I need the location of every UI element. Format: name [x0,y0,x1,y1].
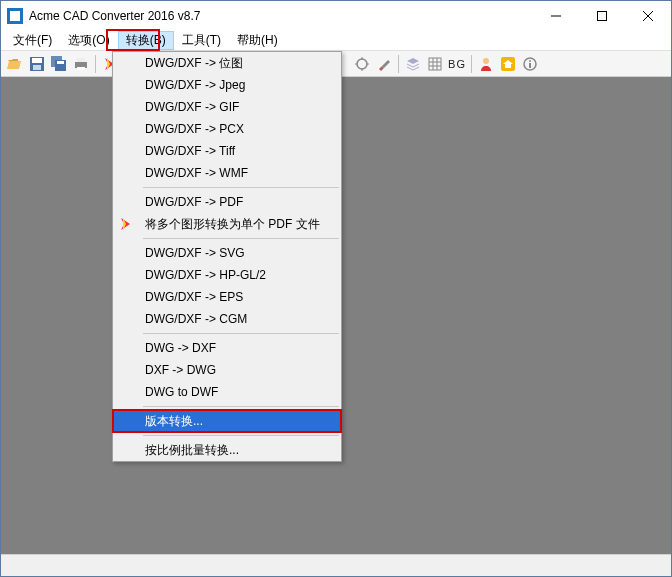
menubar: 文件(F) 选项(O) 转换(B) 工具(T) 帮助(H) [1,31,671,51]
menu-file[interactable]: 文件(F) [5,31,60,50]
save-all-button[interactable] [49,54,69,74]
about-button[interactable] [520,54,540,74]
dd-dwg-bitmap[interactable]: DWG/DXF -> 位图 [113,52,341,74]
user-button[interactable] [476,54,496,74]
convert-dropdown: DWG/DXF -> 位图 DWG/DXF -> Jpeg DWG/DXF ->… [112,51,342,462]
dd-dwg-hpgl[interactable]: DWG/DXF -> HP-GL/2 [113,264,341,286]
dd-dwg-to-dwf[interactable]: DWG to DWF [113,381,341,403]
dd-dwg-tiff[interactable]: DWG/DXF -> Tiff [113,140,341,162]
statusbar [1,554,671,576]
svg-point-15 [483,58,489,64]
menu-tools[interactable]: 工具(T) [174,31,229,50]
dropdown-separator [143,406,339,407]
dd-dxf-to-dwg[interactable]: DXF -> DWG [113,359,341,381]
open-button[interactable] [5,54,25,74]
toolbar-separator [471,55,472,73]
dd-dwg-wmf[interactable]: DWG/DXF -> WMF [113,162,341,184]
minimize-button[interactable] [533,1,579,31]
dd-dwg-cgm[interactable]: DWG/DXF -> CGM [113,308,341,330]
svg-rect-19 [529,63,531,68]
app-icon [7,8,23,24]
titlebar: Acme CAD Converter 2016 v8.7 [1,1,671,31]
bg-label: BG [448,58,466,70]
toolbar-separator [95,55,96,73]
zoom-extents-button[interactable] [352,54,372,74]
menu-options[interactable]: 选项(O) [60,31,117,50]
paintbrush-button[interactable] [374,54,394,74]
dd-version-convert[interactable]: 版本转换... [113,410,341,432]
dropdown-separator [143,238,339,239]
svg-rect-14 [429,58,441,70]
dd-dwg-pcx[interactable]: DWG/DXF -> PCX [113,118,341,140]
dd-multi-pdf[interactable]: 将多个图形转换为单个 PDF 文件 [113,213,341,235]
close-button[interactable] [625,1,671,31]
pdf-merge-icon [118,216,134,232]
dropdown-separator [143,333,339,334]
dropdown-separator [143,187,339,188]
dd-dwg-eps[interactable]: DWG/DXF -> EPS [113,286,341,308]
dropdown-separator [143,435,339,436]
window-controls [533,1,671,31]
svg-rect-12 [77,67,85,70]
svg-rect-11 [77,58,85,62]
window-title: Acme CAD Converter 2016 v8.7 [29,9,533,23]
dd-multi-pdf-label: 将多个图形转换为单个 PDF 文件 [145,216,320,233]
toolbar-separator [398,55,399,73]
svg-rect-1 [598,12,607,21]
print-button[interactable] [71,54,91,74]
svg-rect-6 [33,65,41,70]
dd-dwg-to-dxf[interactable]: DWG -> DXF [113,337,341,359]
menu-convert[interactable]: 转换(B) [118,31,174,50]
svg-point-18 [529,60,531,62]
svg-point-13 [357,59,367,69]
save-button[interactable] [27,54,47,74]
dd-dwg-svg[interactable]: DWG/DXF -> SVG [113,242,341,264]
dd-batch-scale[interactable]: 按比例批量转换... [113,439,341,461]
grid-button[interactable] [425,54,445,74]
dd-dwg-jpeg[interactable]: DWG/DXF -> Jpeg [113,74,341,96]
maximize-button[interactable] [579,1,625,31]
layers-button[interactable] [403,54,423,74]
svg-rect-5 [32,58,42,63]
bg-color-button[interactable]: BG [447,54,467,74]
dd-dwg-pdf[interactable]: DWG/DXF -> PDF [113,191,341,213]
menu-help[interactable]: 帮助(H) [229,31,286,50]
dd-dwg-gif[interactable]: DWG/DXF -> GIF [113,96,341,118]
svg-rect-9 [57,61,64,64]
home-button[interactable] [498,54,518,74]
